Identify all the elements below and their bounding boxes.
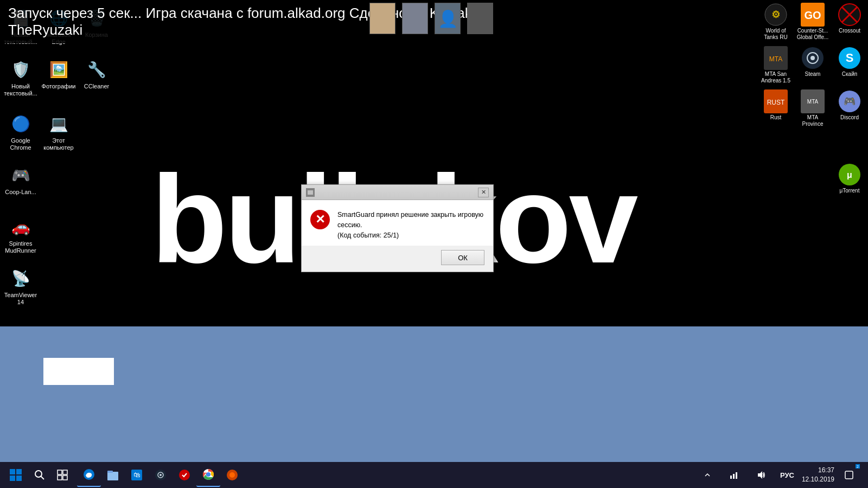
person-thumb-1[interactable] [369,3,396,41]
desktop-icon-photos[interactable]: 🖼️ Фотографии [38,54,79,93]
desktop-icon-steam[interactable]: Steam [794,43,831,87]
chevron-up-icon [704,472,711,478]
volume-icon [756,470,765,480]
dialog-message: SmartGuard принял решение закрыть игрову… [337,210,484,240]
smartguard-dialog: ✕ ✕ SmartGuard принял решение закрыть иг… [301,184,494,272]
person-thumb-4[interactable] [467,3,494,41]
store-icon: 🛍 [130,468,143,481]
svg-text:GO: GO [804,9,821,21]
svg-rect-44 [733,474,735,479]
app-taskbar-icon [226,468,239,481]
desktop-icon-teamviewer[interactable]: 📡 TeamViewer14 [0,263,41,309]
svg-rect-47 [845,471,853,479]
desktop-icon-csgo[interactable]: GO Counter-St...Global Offe... [794,0,831,43]
svg-rect-27 [63,470,67,474]
desktop-icon-avast[interactable]: 🛡️ Новый текстовый... [0,54,41,100]
notification-badge: 2 [856,464,860,468]
svg-rect-43 [730,476,732,479]
taskbar-steam[interactable] [149,463,173,487]
rust-label: Rust [770,114,782,121]
desktop-icon-skype[interactable]: S Скайп [831,43,868,87]
utorrent-label: μTorrent [840,188,860,194]
desktop-icon-ccleaner[interactable]: 🔧 CCleaner [76,54,117,93]
taskbar-file-explorer[interactable] [101,463,125,487]
rust-icon: RUST [764,89,788,113]
dialog-close-button[interactable]: ✕ [478,188,489,197]
steam-icon [801,46,825,70]
wot-icon: ⚙ [764,3,788,27]
mta-sa-icon: MTA [764,46,788,70]
svg-marker-46 [758,471,762,479]
svg-text:🛍: 🛍 [133,471,141,479]
dialog-message-line1: SmartGuard принял решение закрыть игрову… [337,210,484,230]
dialog-title-bar[interactable]: ✕ [302,185,493,200]
person-image-3: 👤 [435,3,461,34]
avast-label: Новый текстовый... [1,83,40,97]
svg-text:MTA: MTA [769,55,782,63]
notification-center-button[interactable]: 2 [837,463,861,487]
desktop-icon-discord[interactable]: 🎮 Discord [831,87,868,130]
desktop-icon-wot[interactable]: ⚙ World ofTanks RU [757,0,794,43]
desktop-icon-chrome[interactable]: 🔵 GoogleChrome [0,108,41,155]
chrome-taskbar-icon [202,468,215,481]
desktop-icon-crossout[interactable]: Crossout [831,0,868,43]
white-rectangle [43,358,114,385]
desktop-icon-utorrent[interactable]: μ μTorrent [831,160,868,197]
coop-icon: 🎮 [9,163,33,187]
svg-rect-31 [107,472,118,480]
right-desktop-icons: ⚙ World ofTanks RU GO Counter-St...Globa… [749,0,868,130]
csgo-icon: GO [801,3,825,27]
clock-date: 12.10.2019 [802,475,834,484]
svg-line-25 [41,476,44,479]
svg-text:🎮: 🎮 [844,95,856,107]
language-label: РУС [778,471,796,479]
dialog-ok-button[interactable]: ОК [441,250,484,265]
steam-taskbar-icon [154,468,167,481]
show-hidden-icons-button[interactable] [695,463,719,487]
taskbar-app[interactable] [220,463,244,487]
desktop-icon-mta-province[interactable]: MTA MTAProvince [794,87,831,130]
svg-text:μ: μ [847,170,852,179]
person-thumb-3[interactable]: 👤 [434,3,461,41]
coop-label: Coop-Lan... [5,189,36,196]
taskbar-search-button[interactable] [29,465,50,485]
svg-point-40 [206,472,210,477]
antivirus-taskbar-icon [178,468,191,481]
chrome-icon: 🔵 [9,112,33,136]
svg-rect-32 [107,471,113,473]
taskbar-store[interactable]: 🛍 [125,463,149,487]
skype-label: Скайп [842,71,857,78]
taskbar-edge[interactable] [77,463,101,487]
taskbar-system-tray: РУС 16:37 12.10.2019 2 [695,463,865,487]
desktop-icon-mta-sa[interactable]: MTA MTA SanAndreas 1.5 [757,43,794,87]
search-icon [35,470,44,480]
network-icon-button[interactable] [722,463,746,487]
desktop-icon-rust[interactable]: RUST Rust [757,87,794,130]
task-view-icon [57,470,68,480]
network-icon [729,470,739,480]
chrome-label: GoogleChrome [10,137,31,151]
volume-icon-button[interactable] [749,463,773,487]
ccleaner-label: CCleaner [84,83,109,90]
this-pc-icon: 💻 [47,112,71,136]
desktop-icon-coop[interactable]: 🎮 Coop-Lan... [0,160,41,199]
wot-label: World ofTanks RU [764,28,787,41]
desktop-icon-spintires[interactable]: 🚗 SpintiresMudRunner [0,211,41,258]
dialog-message-line2: (Код события: 25/1) [337,230,484,241]
mta-province-label: MTAProvince [802,114,824,127]
start-button[interactable] [3,462,29,488]
taskbar-task-view[interactable] [50,463,74,487]
person-image-2 [402,3,428,34]
language-button[interactable]: РУС [775,463,799,487]
svg-rect-28 [58,476,62,480]
person-thumb-2[interactable] [401,3,429,41]
dialog-error-icon: ✕ [310,210,330,229]
desktop-icon-this-pc[interactable]: 💻 Этоткомпьютер [38,108,79,155]
taskbar-pinned-apps: 🛍 [77,463,244,487]
taskbar-antivirus[interactable] [173,463,196,487]
person-image-1 [369,3,395,34]
mta-sa-label: MTA SanAndreas 1.5 [761,71,790,84]
photos-label: Фотографии [42,83,76,90]
taskbar-chrome[interactable] [196,463,220,487]
system-clock[interactable]: 16:37 12.10.2019 [802,466,834,484]
